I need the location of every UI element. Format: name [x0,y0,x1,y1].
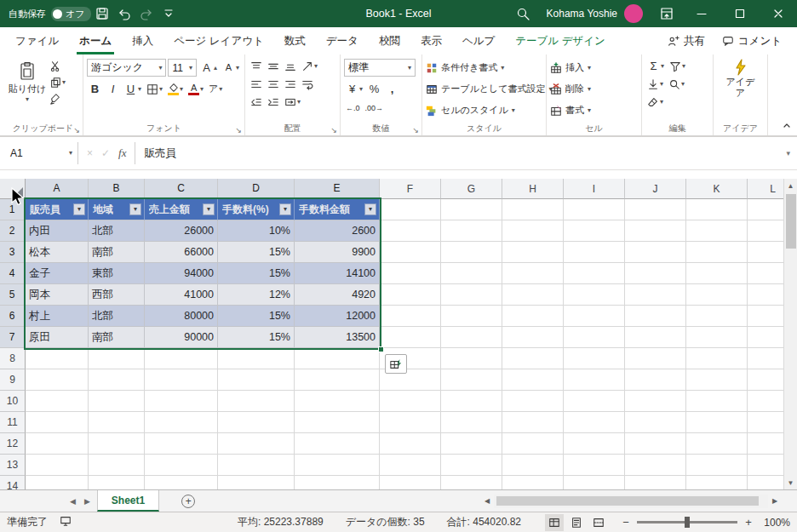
row-header-11[interactable]: 11 [0,412,26,433]
cell-C9[interactable] [145,369,218,391]
scroll-down-button[interactable]: ▼ [784,476,797,489]
select-all-corner[interactable] [0,179,26,199]
cell-F6[interactable] [380,306,441,327]
copy-button[interactable]: ▾ [48,76,67,89]
cell-D1[interactable]: 手数料(%)▾ [218,199,295,220]
cell-A2[interactable]: 内田 [26,220,89,242]
cell-L9[interactable] [748,369,783,391]
zoom-in-button[interactable]: + [743,516,754,529]
sort-filter-button[interactable]: ▾ [668,60,687,73]
worksheet-grid[interactable]: ABCDEFGHIJKL 1234567891011121314 販売員▾地域▾… [0,179,783,489]
italic-button[interactable]: I [105,83,121,95]
format-painter-button[interactable] [48,92,67,106]
zoom-level-button[interactable]: 100% [754,517,790,529]
row-header-4[interactable]: 4 [0,263,26,284]
row-header-5[interactable]: 5 [0,284,26,306]
cell-H10[interactable] [502,391,564,412]
column-header-I[interactable]: I [564,179,625,199]
row-header-13[interactable]: 13 [0,455,26,476]
cell-C2[interactable]: 26000 [145,220,218,242]
scroll-left-button[interactable]: ◀ [480,495,494,508]
cell-G12[interactable] [441,433,502,455]
quick-access-customize-button[interactable] [158,0,180,27]
column-header-H[interactable]: H [502,179,564,199]
formula-input[interactable]: 販売員 [135,146,779,161]
cell-A5[interactable]: 岡本 [26,284,89,306]
save-button[interactable] [91,0,113,27]
cell-H4[interactable] [502,263,564,284]
cell-J12[interactable] [625,433,686,455]
cell-B4[interactable]: 東部 [89,263,145,284]
horizontal-scrollbar-track[interactable] [494,495,768,508]
cell-K11[interactable] [686,412,748,433]
column-header-K[interactable]: K [686,179,748,199]
cell-D7[interactable]: 15% [218,327,295,348]
cell-E13[interactable] [295,455,380,476]
cell-L7[interactable] [748,327,783,348]
cell-E11[interactable] [295,412,380,433]
cell-J1[interactable] [625,199,686,220]
cell-B13[interactable] [89,455,145,476]
cell-C3[interactable]: 66000 [145,242,218,263]
cell-K12[interactable] [686,433,748,455]
cell-L12[interactable] [748,433,783,455]
cell-I1[interactable] [564,199,625,220]
filter-dropdown-button[interactable]: ▾ [73,203,85,215]
tab-file[interactable]: ファイル [5,27,69,54]
cell-A11[interactable] [26,412,89,433]
cell-J7[interactable] [625,327,686,348]
page-layout-view-button[interactable] [567,514,586,531]
cell-A6[interactable]: 村上 [26,306,89,327]
column-header-G[interactable]: G [441,179,502,199]
cancel-entry-button[interactable]: × [87,147,93,159]
tab-formulas[interactable]: 数式 [274,27,316,54]
column-header-E[interactable]: E [295,179,380,199]
cell-D9[interactable] [218,369,295,391]
clipboard-dialog-launcher[interactable]: ↘ [73,126,80,134]
column-header-B[interactable]: B [89,179,145,199]
redo-button[interactable] [135,0,158,27]
cell-J6[interactable] [625,306,686,327]
cell-H14[interactable] [502,476,564,489]
cell-E7[interactable]: 13500 [295,327,380,348]
cell-G3[interactable] [441,242,502,263]
cell-F11[interactable] [380,412,441,433]
cell-J11[interactable] [625,412,686,433]
cell-B7[interactable]: 南部 [89,327,145,348]
maximize-button[interactable] [720,0,759,27]
cell-K5[interactable] [686,284,748,306]
cell-E3[interactable]: 9900 [295,242,380,263]
cell-E5[interactable]: 4920 [295,284,380,306]
cell-styles-button[interactable]: セルのスタイル ▾ [426,100,515,121]
column-header-D[interactable]: D [218,179,295,199]
minimize-button[interactable] [682,0,720,27]
cell-J9[interactable] [625,369,686,391]
cell-I5[interactable] [564,284,625,306]
cell-K6[interactable] [686,306,748,327]
cell-B11[interactable] [89,412,145,433]
zoom-slider-thumb[interactable] [685,517,690,528]
cell-L8[interactable] [748,348,783,369]
name-box[interactable]: A1 ▾ [0,142,78,164]
tab-insert[interactable]: 挿入 [122,27,163,54]
cell-A8[interactable] [26,348,89,369]
bold-button[interactable]: B [87,83,103,95]
cell-G13[interactable] [441,455,502,476]
cell-L1[interactable] [748,199,783,220]
cell-E2[interactable]: 2600 [295,220,380,242]
row-header-8[interactable]: 8 [0,348,26,369]
cell-B14[interactable] [89,476,145,489]
increase-decimal-button[interactable]: ←.0 [344,103,362,113]
scroll-up-button[interactable]: ▲ [784,179,797,192]
tab-review[interactable]: 校閲 [369,27,410,54]
cell-A12[interactable] [26,433,89,455]
cell-C12[interactable] [145,433,218,455]
cell-G10[interactable] [441,391,502,412]
cell-H2[interactable] [502,220,564,242]
cell-L2[interactable] [748,220,783,242]
zoom-out-button[interactable]: − [620,516,632,529]
collapse-ribbon-button[interactable] [782,120,792,133]
column-header-F[interactable]: F [380,179,441,199]
decrease-decimal-button[interactable]: .00→ [364,103,386,113]
cell-C8[interactable] [145,348,218,369]
